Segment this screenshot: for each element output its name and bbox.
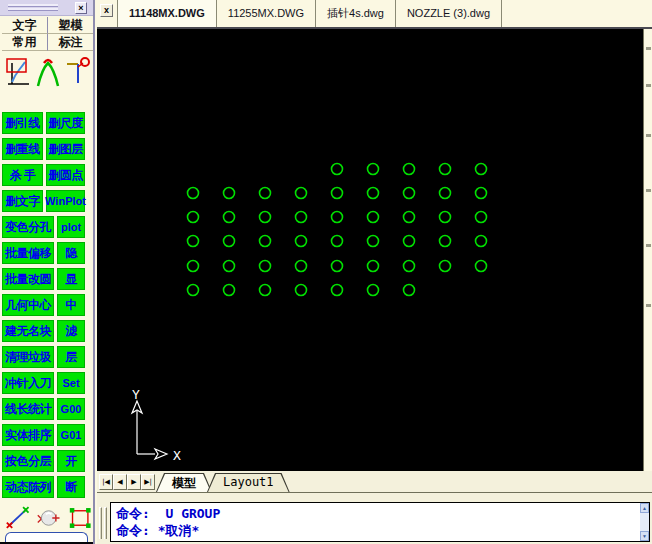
palette-button-动态陈列[interactable]: 动态陈列 xyxy=(2,476,54,498)
palette-button-row: 建无名块滤 xyxy=(2,320,93,342)
palette-button-G00[interactable]: G00 xyxy=(57,398,85,420)
close-icon[interactable]: × xyxy=(75,2,87,14)
palette-tab-常用[interactable]: 常用 xyxy=(2,34,48,51)
layout-tab-Layout1[interactable]: Layout1 xyxy=(207,473,290,492)
close-document-icon[interactable]: x xyxy=(100,4,113,17)
doc-tab-NOZZLE (3).dwg[interactable]: NOZZLE (3).dwg xyxy=(396,0,502,27)
layout-tab-模型[interactable]: 模型 xyxy=(156,473,212,492)
spline-box-icon[interactable] xyxy=(5,55,31,89)
layout-nav-prev-icon[interactable]: ◀ xyxy=(113,474,127,490)
hole-circle xyxy=(440,164,451,175)
palette-button-滤[interactable]: 滤 xyxy=(57,320,85,342)
hole-circle xyxy=(188,261,199,272)
command-scrollbar[interactable]: ▲ ▼ xyxy=(640,503,649,541)
palette-button-WinPlot[interactable]: WinPlot xyxy=(46,190,85,212)
hole-circle xyxy=(296,236,307,247)
palette-grip xyxy=(8,8,58,11)
hole-circle xyxy=(440,261,451,272)
measure-line-icon[interactable] xyxy=(5,505,30,531)
rectangle-nodes-icon[interactable] xyxy=(68,505,93,531)
palette-tab-标注[interactable]: 标注 xyxy=(48,34,93,51)
palette-button-删重线[interactable]: 删重线 xyxy=(2,138,43,160)
leader-pin-icon[interactable] xyxy=(65,55,91,89)
hole-circle xyxy=(476,212,487,223)
palette-button-row: 批量改圆显 xyxy=(2,268,93,290)
drawing-canvas[interactable]: Y X xyxy=(97,29,652,471)
command-grip[interactable] xyxy=(104,507,107,539)
document-tab-bar: x 11148MX.DWG11255MX.DWG插针4s.dwgNOZZLE (… xyxy=(97,0,652,29)
hole-circle xyxy=(440,212,451,223)
hole-circle xyxy=(476,188,487,199)
arch-icon[interactable] xyxy=(35,55,61,89)
hole-circle xyxy=(368,236,379,247)
hole-circle xyxy=(296,285,307,296)
hole-circle xyxy=(224,212,235,223)
command-text-area[interactable]: 命令: U GROUP命令: *取消* ▲ ▼ xyxy=(110,502,650,542)
command-line: 命令: *取消* xyxy=(116,522,649,539)
palette-tab-文字[interactable]: 文字 xyxy=(2,17,48,34)
palette-button-中[interactable]: 中 xyxy=(57,294,85,316)
palette-button-删引线[interactable]: 删引线 xyxy=(2,112,43,134)
cad-application-window: × 文字塑模 常用标注 删引线删尺度删重线删图层杀 手删圆点删文字WinPlo xyxy=(0,0,652,544)
palette-button-row: 几何中心中 xyxy=(2,294,93,316)
command-grip[interactable] xyxy=(99,507,102,539)
palette-button-层[interactable]: 层 xyxy=(57,346,85,368)
palette-button-批量偏移[interactable]: 批量偏移 xyxy=(2,242,54,264)
doc-tab-11148MX.DWG[interactable]: 11148MX.DWG xyxy=(117,0,217,27)
palette-titlebar[interactable]: × xyxy=(0,0,93,16)
palette-button-开[interactable]: 开 xyxy=(57,450,85,472)
palette-button-线长统计[interactable]: 线长统计 xyxy=(2,398,54,420)
layout-nav-first-icon[interactable]: |◀ xyxy=(99,474,113,490)
palette-button-隐[interactable]: 隐 xyxy=(57,242,85,264)
palette-button-grid: 删引线删尺度删重线删图层杀 手删圆点删文字WinPlot变色分孔plot批量偏移… xyxy=(0,112,93,502)
layout-tab-label: 模型 xyxy=(156,473,212,492)
hole-circle xyxy=(296,188,307,199)
palette-button-实体排序[interactable]: 实体排序 xyxy=(2,424,54,446)
hole-circle xyxy=(476,261,487,272)
hole-circle xyxy=(404,261,415,272)
hole-circle xyxy=(332,261,343,272)
palette-button-删圆点[interactable]: 删圆点 xyxy=(46,164,85,186)
hole-circle xyxy=(440,188,451,199)
layout-nav-last-icon[interactable]: ▶| xyxy=(141,474,155,490)
palette-tab-塑模[interactable]: 塑模 xyxy=(48,17,93,34)
hole-circle xyxy=(368,285,379,296)
scroll-up-icon[interactable]: ▲ xyxy=(640,503,649,513)
layout-nav-next-icon[interactable]: ▶ xyxy=(127,474,141,490)
palette-button-删图层[interactable]: 删图层 xyxy=(46,138,85,160)
hole-circle xyxy=(332,188,343,199)
main-area: x 11148MX.DWG11255MX.DWG插针4s.dwgNOZZLE (… xyxy=(97,0,652,544)
palette-button-row: 删重线删图层 xyxy=(2,138,93,160)
palette-button-变色分孔[interactable]: 变色分孔 xyxy=(2,216,54,238)
palette-button-冲针入刀[interactable]: 冲针入刀 xyxy=(2,372,54,394)
hole-circle xyxy=(224,188,235,199)
doc-tab-插针4s.dwg[interactable]: 插针4s.dwg xyxy=(316,0,396,27)
palette-button-按色分层[interactable]: 按色分层 xyxy=(2,450,54,472)
palette-button-几何中心[interactable]: 几何中心 xyxy=(2,294,54,316)
palette-button-删文字[interactable]: 删文字 xyxy=(2,190,43,212)
hole-circle xyxy=(404,164,415,175)
doc-tab-11255MX.DWG[interactable]: 11255MX.DWG xyxy=(217,0,316,27)
palette-button-G01[interactable]: G01 xyxy=(57,424,85,446)
palette-button-row: 实体排序G01 xyxy=(2,424,93,446)
hole-circle xyxy=(296,261,307,272)
palette-button-row: 清理垃圾层 xyxy=(2,346,93,368)
hole-circle xyxy=(404,236,415,247)
hole-circle xyxy=(332,285,343,296)
palette-button-Set[interactable]: Set xyxy=(57,372,85,394)
palette-button-建无名块[interactable]: 建无名块 xyxy=(2,320,54,342)
hole-circle xyxy=(368,164,379,175)
palette-button-清理垃圾[interactable]: 清理垃圾 xyxy=(2,346,54,368)
hole-circle xyxy=(332,236,343,247)
palette-button-row: 按色分层开 xyxy=(2,450,93,472)
hole-circle xyxy=(476,164,487,175)
palette-button-plot[interactable]: plot xyxy=(57,216,85,238)
palette-button-显[interactable]: 显 xyxy=(57,268,85,290)
sphere-icon[interactable] xyxy=(36,505,61,531)
layout-nav-buttons: |◀◀▶▶| xyxy=(99,474,155,490)
palette-button-删尺度[interactable]: 删尺度 xyxy=(46,112,85,134)
palette-button-批量改圆[interactable]: 批量改圆 xyxy=(2,268,54,290)
palette-button-断[interactable]: 断 xyxy=(57,476,85,498)
scroll-down-icon[interactable]: ▼ xyxy=(640,531,649,541)
palette-button-杀手[interactable]: 杀 手 xyxy=(2,164,43,186)
